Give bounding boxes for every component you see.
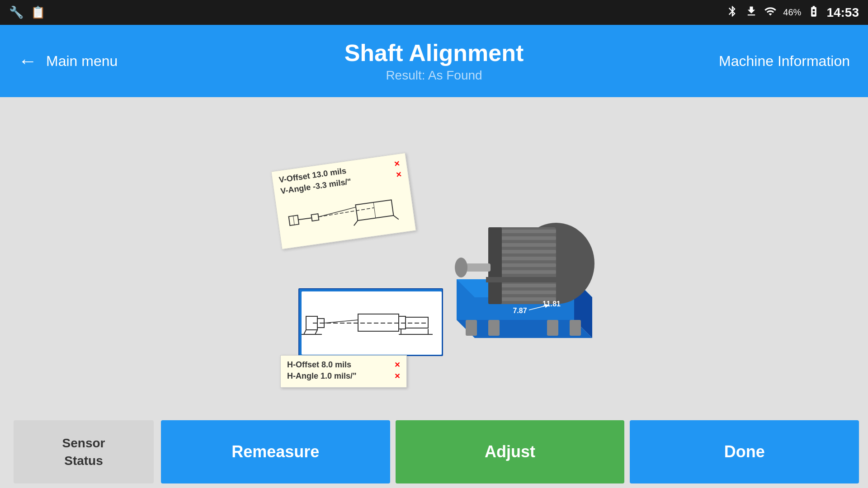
bottom-panel: SensorStatus Remeasure Adjust Done bbox=[0, 416, 868, 488]
done-button[interactable]: Done bbox=[630, 420, 859, 483]
machine-information-button[interactable]: Machine Information bbox=[692, 53, 850, 70]
adjust-button[interactable]: Adjust bbox=[396, 420, 625, 483]
wrench-icon: 🔧 bbox=[9, 5, 24, 19]
svg-line-6 bbox=[373, 202, 376, 218]
v-alignment-card[interactable]: V-Offset 13.0 mils ✕ V-Angle -3.3 mils/"… bbox=[271, 152, 416, 249]
page-title: Shaft Alignment bbox=[176, 39, 692, 66]
main-menu-label: Main menu bbox=[46, 53, 118, 70]
v-angle-close-icon[interactable]: ✕ bbox=[395, 170, 402, 179]
signal-icon bbox=[764, 5, 777, 20]
battery-percentage: 46% bbox=[783, 7, 801, 18]
machine-3d-model: 7.87 11.81 bbox=[429, 189, 619, 361]
page-subtitle: Result: As Found bbox=[176, 68, 692, 83]
clipboard-icon: 📋 bbox=[31, 5, 45, 19]
header-center: Shaft Alignment Result: As Found bbox=[176, 39, 692, 83]
back-arrow-icon: ← bbox=[18, 50, 37, 72]
svg-rect-34 bbox=[486, 277, 561, 282]
sensor-label-line1: Sensor bbox=[62, 436, 105, 450]
machine-scene: V-Offset 13.0 mils ✕ V-Angle -3.3 mils/"… bbox=[276, 153, 592, 388]
h-angle-label: H-Angle 1.0 mils/" bbox=[287, 371, 357, 381]
svg-line-4 bbox=[318, 207, 374, 216]
svg-line-7 bbox=[394, 215, 399, 220]
blue-diagram-card bbox=[298, 288, 443, 356]
status-time: 14:53 bbox=[826, 5, 859, 20]
svg-point-33 bbox=[455, 258, 467, 277]
svg-rect-17 bbox=[570, 320, 581, 336]
sensor-label-line2: Status bbox=[64, 454, 103, 468]
svg-text:11.81: 11.81 bbox=[542, 300, 561, 308]
svg-line-0 bbox=[298, 218, 312, 220]
svg-rect-15 bbox=[488, 320, 500, 336]
h-angle-close-icon[interactable]: ✕ bbox=[394, 372, 400, 380]
h-offset-label: H-Offset 8.0 mils bbox=[287, 360, 351, 370]
svg-line-2 bbox=[293, 216, 294, 225]
machine-3d-svg: 7.87 11.81 bbox=[429, 189, 619, 361]
status-bar: 🔧 📋 46% 14:53 bbox=[0, 0, 868, 25]
sensor-status-button[interactable]: SensorStatus bbox=[14, 420, 154, 483]
h-offset-close-icon[interactable]: ✕ bbox=[394, 361, 400, 369]
h-alignment-card[interactable]: H-Offset 8.0 mils ✕ H-Angle 1.0 mils/" ✕ bbox=[280, 355, 407, 388]
remeasure-button[interactable]: Remeasure bbox=[161, 420, 390, 483]
svg-text:7.87: 7.87 bbox=[513, 307, 527, 314]
v-offset-close-icon[interactable]: ✕ bbox=[393, 159, 401, 168]
svg-line-8 bbox=[353, 221, 358, 225]
download-icon bbox=[745, 5, 758, 20]
battery-icon bbox=[807, 5, 820, 20]
svg-rect-14 bbox=[466, 320, 477, 336]
bluetooth-icon bbox=[726, 5, 739, 20]
back-navigation[interactable]: ← Main menu bbox=[18, 50, 176, 72]
svg-rect-16 bbox=[547, 320, 558, 336]
header-bar: ← Main menu Shaft Alignment Result: As F… bbox=[0, 25, 868, 97]
svg-rect-3 bbox=[311, 214, 319, 221]
